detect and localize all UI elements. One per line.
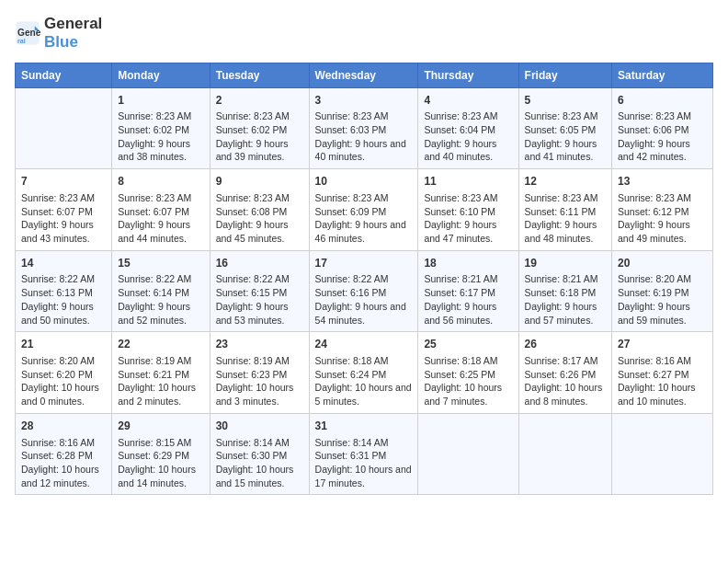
day-number: 29 [118, 419, 203, 434]
cell-info: Sunrise: 8:23 AMSunset: 6:06 PMDaylight:… [618, 109, 707, 164]
header-wednesday: Wednesday [309, 63, 418, 87]
cell-info: Sunrise: 8:22 AMSunset: 6:16 PMDaylight:… [315, 272, 413, 327]
cell-info: Sunrise: 8:23 AMSunset: 6:11 PMDaylight:… [525, 191, 606, 246]
cell-info: Sunrise: 8:23 AMSunset: 6:05 PMDaylight:… [525, 109, 606, 164]
calendar-cell: 7Sunrise: 8:23 AMSunset: 6:07 PMDaylight… [16, 169, 112, 251]
calendar-cell: 26Sunrise: 8:17 AMSunset: 6:26 PMDayligh… [518, 332, 611, 414]
day-number: 8 [118, 174, 203, 190]
cell-info: Sunrise: 8:21 AMSunset: 6:17 PMDaylight:… [424, 272, 512, 327]
calendar-cell [16, 87, 112, 169]
day-number: 25 [424, 337, 512, 352]
day-number: 18 [424, 256, 512, 271]
calendar-cell: 4Sunrise: 8:23 AMSunset: 6:04 PMDaylight… [418, 87, 518, 169]
cell-info: Sunrise: 8:14 AMSunset: 6:31 PMDaylight:… [315, 436, 413, 490]
day-number: 15 [118, 256, 203, 271]
cell-info: Sunrise: 8:23 AMSunset: 6:03 PMDaylight:… [315, 109, 413, 164]
day-number: 31 [315, 419, 413, 434]
day-number: 27 [618, 337, 707, 352]
header-tuesday: Tuesday [210, 63, 309, 87]
cell-info: Sunrise: 8:18 AMSunset: 6:25 PMDaylight:… [424, 354, 512, 408]
header-monday: Monday [112, 63, 210, 87]
day-number: 22 [118, 337, 203, 352]
cell-info: Sunrise: 8:21 AMSunset: 6:18 PMDaylight:… [525, 272, 606, 327]
logo-icon: Gene ral [15, 20, 40, 46]
cell-info: Sunrise: 8:18 AMSunset: 6:24 PMDaylight:… [315, 354, 413, 408]
calendar-cell: 10Sunrise: 8:23 AMSunset: 6:09 PMDayligh… [309, 169, 418, 251]
calendar-week-row: 7Sunrise: 8:23 AMSunset: 6:07 PMDaylight… [16, 169, 713, 251]
calendar-week-row: 21Sunrise: 8:20 AMSunset: 6:20 PMDayligh… [16, 332, 713, 414]
cell-info: Sunrise: 8:23 AMSunset: 6:09 PMDaylight:… [315, 191, 413, 246]
calendar-cell: 21Sunrise: 8:20 AMSunset: 6:20 PMDayligh… [16, 332, 112, 414]
calendar-cell: 15Sunrise: 8:22 AMSunset: 6:14 PMDayligh… [112, 250, 210, 332]
day-number: 5 [525, 93, 606, 109]
day-number: 11 [424, 174, 512, 190]
calendar-header-row: SundayMondayTuesdayWednesdayThursdayFrid… [16, 63, 713, 87]
cell-info: Sunrise: 8:23 AMSunset: 6:02 PMDaylight:… [216, 109, 303, 164]
calendar-cell: 23Sunrise: 8:19 AMSunset: 6:23 PMDayligh… [210, 332, 309, 414]
page-header: Gene ral GeneralBlue [15, 15, 713, 52]
day-number: 2 [216, 93, 303, 109]
cell-info: Sunrise: 8:17 AMSunset: 6:26 PMDaylight:… [525, 354, 606, 408]
cell-info: Sunrise: 8:15 AMSunset: 6:29 PMDaylight:… [118, 436, 203, 490]
day-number: 9 [216, 174, 303, 190]
calendar-cell: 8Sunrise: 8:23 AMSunset: 6:07 PMDaylight… [112, 169, 210, 251]
cell-info: Sunrise: 8:14 AMSunset: 6:30 PMDaylight:… [216, 436, 303, 490]
calendar-cell: 25Sunrise: 8:18 AMSunset: 6:25 PMDayligh… [418, 332, 518, 414]
calendar-cell: 5Sunrise: 8:23 AMSunset: 6:05 PMDaylight… [518, 87, 611, 169]
cell-info: Sunrise: 8:23 AMSunset: 6:04 PMDaylight:… [424, 109, 512, 164]
header-friday: Friday [518, 63, 611, 87]
day-number: 24 [315, 337, 413, 352]
calendar-cell: 3Sunrise: 8:23 AMSunset: 6:03 PMDaylight… [309, 87, 418, 169]
calendar-cell: 19Sunrise: 8:21 AMSunset: 6:18 PMDayligh… [518, 250, 611, 332]
calendar-cell: 6Sunrise: 8:23 AMSunset: 6:06 PMDaylight… [611, 87, 712, 169]
logo: Gene ral GeneralBlue [15, 15, 102, 52]
calendar-cell: 24Sunrise: 8:18 AMSunset: 6:24 PMDayligh… [309, 332, 418, 414]
calendar-cell: 2Sunrise: 8:23 AMSunset: 6:02 PMDaylight… [210, 87, 309, 169]
cell-info: Sunrise: 8:23 AMSunset: 6:12 PMDaylight:… [618, 191, 707, 246]
calendar-cell: 9Sunrise: 8:23 AMSunset: 6:08 PMDaylight… [210, 169, 309, 251]
calendar-cell: 18Sunrise: 8:21 AMSunset: 6:17 PMDayligh… [418, 250, 518, 332]
calendar-cell: 29Sunrise: 8:15 AMSunset: 6:29 PMDayligh… [112, 413, 210, 495]
day-number: 10 [315, 174, 413, 190]
day-number: 4 [424, 93, 512, 109]
cell-info: Sunrise: 8:23 AMSunset: 6:07 PMDaylight:… [118, 191, 203, 246]
day-number: 20 [618, 256, 707, 271]
calendar-cell: 20Sunrise: 8:20 AMSunset: 6:19 PMDayligh… [611, 250, 712, 332]
cell-info: Sunrise: 8:22 AMSunset: 6:13 PMDaylight:… [21, 272, 106, 327]
calendar-cell [611, 413, 712, 495]
day-number: 13 [618, 174, 707, 190]
calendar-cell: 11Sunrise: 8:23 AMSunset: 6:10 PMDayligh… [418, 169, 518, 251]
day-number: 17 [315, 256, 413, 271]
calendar-cell: 1Sunrise: 8:23 AMSunset: 6:02 PMDaylight… [112, 87, 210, 169]
calendar-cell: 16Sunrise: 8:22 AMSunset: 6:15 PMDayligh… [210, 250, 309, 332]
cell-info: Sunrise: 8:19 AMSunset: 6:23 PMDaylight:… [216, 354, 303, 408]
day-number: 1 [118, 93, 203, 109]
day-number: 26 [525, 337, 606, 352]
cell-info: Sunrise: 8:22 AMSunset: 6:14 PMDaylight:… [118, 272, 203, 327]
calendar-cell: 30Sunrise: 8:14 AMSunset: 6:30 PMDayligh… [210, 413, 309, 495]
calendar-week-row: 14Sunrise: 8:22 AMSunset: 6:13 PMDayligh… [16, 250, 713, 332]
cell-info: Sunrise: 8:23 AMSunset: 6:07 PMDaylight:… [21, 191, 106, 246]
calendar-cell: 27Sunrise: 8:16 AMSunset: 6:27 PMDayligh… [611, 332, 712, 414]
cell-info: Sunrise: 8:19 AMSunset: 6:21 PMDaylight:… [118, 354, 203, 408]
day-number: 3 [315, 93, 413, 109]
day-number: 16 [216, 256, 303, 271]
day-number: 21 [21, 337, 106, 352]
logo-text: GeneralBlue [44, 15, 102, 52]
cell-info: Sunrise: 8:23 AMSunset: 6:08 PMDaylight:… [216, 191, 303, 246]
cell-info: Sunrise: 8:20 AMSunset: 6:20 PMDaylight:… [21, 354, 106, 408]
calendar-cell: 22Sunrise: 8:19 AMSunset: 6:21 PMDayligh… [112, 332, 210, 414]
day-number: 19 [525, 256, 606, 271]
cell-info: Sunrise: 8:16 AMSunset: 6:28 PMDaylight:… [21, 436, 106, 490]
day-number: 28 [21, 419, 106, 434]
calendar-cell: 17Sunrise: 8:22 AMSunset: 6:16 PMDayligh… [309, 250, 418, 332]
day-number: 30 [216, 419, 303, 434]
calendar-cell [518, 413, 611, 495]
day-number: 23 [216, 337, 303, 352]
cell-info: Sunrise: 8:23 AMSunset: 6:02 PMDaylight:… [118, 109, 203, 164]
day-number: 6 [618, 93, 707, 109]
calendar-cell: 14Sunrise: 8:22 AMSunset: 6:13 PMDayligh… [16, 250, 112, 332]
day-number: 7 [21, 174, 106, 190]
calendar-table: SundayMondayTuesdayWednesdayThursdayFrid… [15, 63, 713, 496]
header-saturday: Saturday [611, 63, 712, 87]
